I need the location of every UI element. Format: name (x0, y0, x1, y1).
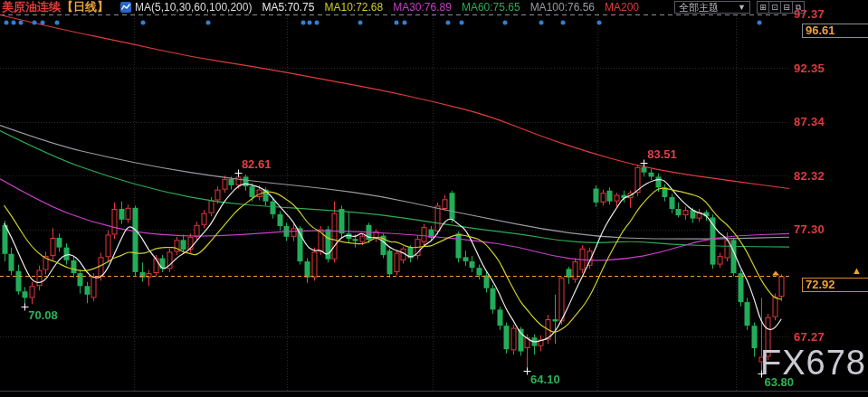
price-annotation-label: 64.10 (530, 373, 560, 386)
chart-type-icon[interactable] (120, 2, 131, 13)
panel-export-icon[interactable]: ⧉ (792, 1, 805, 14)
ma10-value: MA10:72.68 (324, 1, 383, 14)
ma60-value: MA60:75.65 (462, 1, 520, 14)
panel-merge-icon[interactable]: ⊟ (780, 1, 793, 14)
price-annotation-label: 82.61 (242, 157, 272, 171)
price-annotation-label: 83.51 (647, 147, 677, 161)
current-price-arrow-icon: ▲ (852, 265, 862, 276)
boxed-price-label: 96.61 (802, 24, 868, 38)
ma-settings-label: MA(5,10,30,60,100,200) (135, 1, 252, 14)
ma200-value: MA200 (605, 1, 639, 14)
instrument-title: 美原油连续 (2, 0, 61, 15)
y-axis-price-label: 87.34 (794, 115, 825, 128)
ma5-value: MA5:70.75 (262, 1, 314, 14)
grid-layout-icon[interactable]: ⊞ (757, 1, 769, 14)
panel-split-icon[interactable]: ⊡ (768, 1, 781, 14)
period-label: 【日线】 (62, 0, 109, 15)
y-axis-price-label: 77.30 (794, 222, 825, 236)
theme-dropdown[interactable]: 全部主题 ▼ (674, 1, 750, 14)
price-annotation-label: 70.08 (28, 308, 58, 322)
theme-dropdown-label: 全部主题 (679, 2, 719, 13)
y-axis-price-label: 67.27 (794, 330, 825, 344)
watermark: FX678 (760, 344, 866, 383)
current-price-badge: 72.92 (802, 278, 868, 292)
ma30-value: MA30:76.89 (393, 1, 452, 14)
y-axis-price-label: 82.32 (794, 169, 825, 183)
candlestick-chart-canvas[interactable] (0, 0, 868, 397)
y-axis-price-label: 92.35 (794, 61, 825, 75)
ma100-value: MA100:76.56 (530, 1, 595, 14)
chevron-down-icon: ▼ (738, 2, 746, 13)
ma-legend: MA5:70.75MA10:72.68MA30:76.89MA60:75.65M… (252, 1, 639, 14)
